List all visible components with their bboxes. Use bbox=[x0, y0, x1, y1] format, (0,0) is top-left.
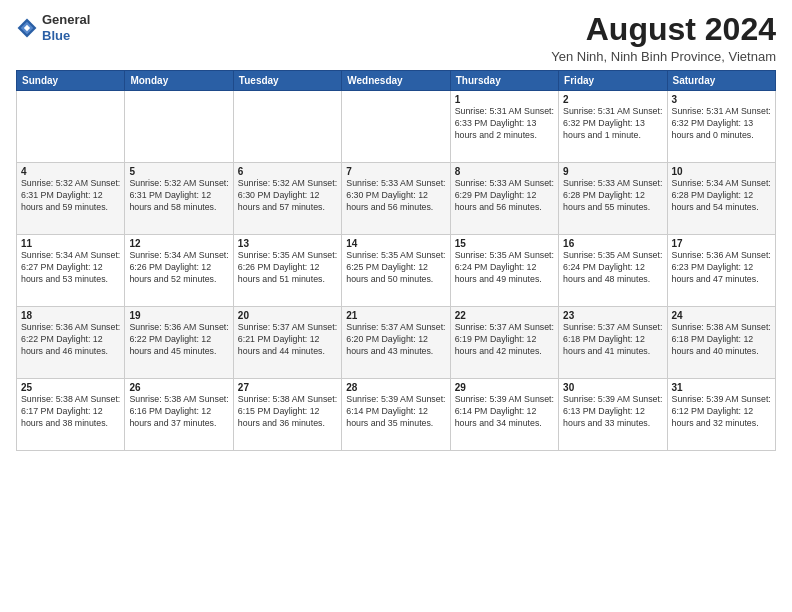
day-number: 9 bbox=[563, 166, 662, 177]
table-row bbox=[233, 91, 341, 163]
day-info: Sunrise: 5:32 AM Sunset: 6:31 PM Dayligh… bbox=[129, 178, 228, 214]
table-row: 19Sunrise: 5:36 AM Sunset: 6:22 PM Dayli… bbox=[125, 307, 233, 379]
day-info: Sunrise: 5:35 AM Sunset: 6:25 PM Dayligh… bbox=[346, 250, 445, 286]
day-info: Sunrise: 5:38 AM Sunset: 6:16 PM Dayligh… bbox=[129, 394, 228, 430]
day-number: 10 bbox=[672, 166, 771, 177]
day-info: Sunrise: 5:39 AM Sunset: 6:13 PM Dayligh… bbox=[563, 394, 662, 430]
day-number: 16 bbox=[563, 238, 662, 249]
table-row: 1Sunrise: 5:31 AM Sunset: 6:33 PM Daylig… bbox=[450, 91, 558, 163]
col-thursday: Thursday bbox=[450, 71, 558, 91]
calendar-week-0: 1Sunrise: 5:31 AM Sunset: 6:33 PM Daylig… bbox=[17, 91, 776, 163]
calendar-week-1: 4Sunrise: 5:32 AM Sunset: 6:31 PM Daylig… bbox=[17, 163, 776, 235]
day-number: 4 bbox=[21, 166, 120, 177]
table-row: 20Sunrise: 5:37 AM Sunset: 6:21 PM Dayli… bbox=[233, 307, 341, 379]
day-info: Sunrise: 5:36 AM Sunset: 6:22 PM Dayligh… bbox=[21, 322, 120, 358]
table-row: 13Sunrise: 5:35 AM Sunset: 6:26 PM Dayli… bbox=[233, 235, 341, 307]
day-info: Sunrise: 5:35 AM Sunset: 6:26 PM Dayligh… bbox=[238, 250, 337, 286]
logo: General Blue bbox=[16, 12, 90, 43]
logo-blue: Blue bbox=[42, 28, 70, 43]
day-info: Sunrise: 5:35 AM Sunset: 6:24 PM Dayligh… bbox=[455, 250, 554, 286]
col-wednesday: Wednesday bbox=[342, 71, 450, 91]
col-monday: Monday bbox=[125, 71, 233, 91]
day-number: 24 bbox=[672, 310, 771, 321]
day-info: Sunrise: 5:39 AM Sunset: 6:14 PM Dayligh… bbox=[346, 394, 445, 430]
calendar-week-2: 11Sunrise: 5:34 AM Sunset: 6:27 PM Dayli… bbox=[17, 235, 776, 307]
day-info: Sunrise: 5:33 AM Sunset: 6:28 PM Dayligh… bbox=[563, 178, 662, 214]
day-number: 18 bbox=[21, 310, 120, 321]
table-row: 25Sunrise: 5:38 AM Sunset: 6:17 PM Dayli… bbox=[17, 379, 125, 451]
table-row: 8Sunrise: 5:33 AM Sunset: 6:29 PM Daylig… bbox=[450, 163, 558, 235]
day-info: Sunrise: 5:39 AM Sunset: 6:14 PM Dayligh… bbox=[455, 394, 554, 430]
table-row: 17Sunrise: 5:36 AM Sunset: 6:23 PM Dayli… bbox=[667, 235, 775, 307]
header: General Blue August 2024 Yen Ninh, Ninh … bbox=[16, 12, 776, 64]
day-info: Sunrise: 5:33 AM Sunset: 6:30 PM Dayligh… bbox=[346, 178, 445, 214]
table-row: 2Sunrise: 5:31 AM Sunset: 6:32 PM Daylig… bbox=[559, 91, 667, 163]
day-info: Sunrise: 5:34 AM Sunset: 6:28 PM Dayligh… bbox=[672, 178, 771, 214]
table-row: 29Sunrise: 5:39 AM Sunset: 6:14 PM Dayli… bbox=[450, 379, 558, 451]
day-info: Sunrise: 5:37 AM Sunset: 6:21 PM Dayligh… bbox=[238, 322, 337, 358]
day-info: Sunrise: 5:37 AM Sunset: 6:20 PM Dayligh… bbox=[346, 322, 445, 358]
calendar-header-row: Sunday Monday Tuesday Wednesday Thursday… bbox=[17, 71, 776, 91]
day-number: 26 bbox=[129, 382, 228, 393]
day-info: Sunrise: 5:34 AM Sunset: 6:26 PM Dayligh… bbox=[129, 250, 228, 286]
day-number: 1 bbox=[455, 94, 554, 105]
table-row: 24Sunrise: 5:38 AM Sunset: 6:18 PM Dayli… bbox=[667, 307, 775, 379]
table-row: 9Sunrise: 5:33 AM Sunset: 6:28 PM Daylig… bbox=[559, 163, 667, 235]
day-number: 14 bbox=[346, 238, 445, 249]
day-number: 27 bbox=[238, 382, 337, 393]
logo-general: General bbox=[42, 12, 90, 27]
day-info: Sunrise: 5:39 AM Sunset: 6:12 PM Dayligh… bbox=[672, 394, 771, 430]
table-row: 6Sunrise: 5:32 AM Sunset: 6:30 PM Daylig… bbox=[233, 163, 341, 235]
day-info: Sunrise: 5:38 AM Sunset: 6:18 PM Dayligh… bbox=[672, 322, 771, 358]
calendar-week-4: 25Sunrise: 5:38 AM Sunset: 6:17 PM Dayli… bbox=[17, 379, 776, 451]
day-info: Sunrise: 5:36 AM Sunset: 6:23 PM Dayligh… bbox=[672, 250, 771, 286]
day-info: Sunrise: 5:37 AM Sunset: 6:19 PM Dayligh… bbox=[455, 322, 554, 358]
table-row: 18Sunrise: 5:36 AM Sunset: 6:22 PM Dayli… bbox=[17, 307, 125, 379]
table-row: 21Sunrise: 5:37 AM Sunset: 6:20 PM Dayli… bbox=[342, 307, 450, 379]
calendar: Sunday Monday Tuesday Wednesday Thursday… bbox=[16, 70, 776, 451]
day-number: 6 bbox=[238, 166, 337, 177]
table-row: 23Sunrise: 5:37 AM Sunset: 6:18 PM Dayli… bbox=[559, 307, 667, 379]
title-block: August 2024 Yen Ninh, Ninh Binh Province… bbox=[551, 12, 776, 64]
day-number: 2 bbox=[563, 94, 662, 105]
calendar-week-3: 18Sunrise: 5:36 AM Sunset: 6:22 PM Dayli… bbox=[17, 307, 776, 379]
table-row: 10Sunrise: 5:34 AM Sunset: 6:28 PM Dayli… bbox=[667, 163, 775, 235]
day-number: 29 bbox=[455, 382, 554, 393]
day-number: 3 bbox=[672, 94, 771, 105]
day-number: 28 bbox=[346, 382, 445, 393]
table-row bbox=[342, 91, 450, 163]
day-number: 25 bbox=[21, 382, 120, 393]
day-number: 20 bbox=[238, 310, 337, 321]
day-info: Sunrise: 5:31 AM Sunset: 6:32 PM Dayligh… bbox=[672, 106, 771, 142]
table-row: 28Sunrise: 5:39 AM Sunset: 6:14 PM Dayli… bbox=[342, 379, 450, 451]
day-number: 7 bbox=[346, 166, 445, 177]
day-info: Sunrise: 5:31 AM Sunset: 6:32 PM Dayligh… bbox=[563, 106, 662, 142]
day-info: Sunrise: 5:35 AM Sunset: 6:24 PM Dayligh… bbox=[563, 250, 662, 286]
table-row: 16Sunrise: 5:35 AM Sunset: 6:24 PM Dayli… bbox=[559, 235, 667, 307]
day-number: 15 bbox=[455, 238, 554, 249]
col-tuesday: Tuesday bbox=[233, 71, 341, 91]
day-number: 13 bbox=[238, 238, 337, 249]
day-info: Sunrise: 5:37 AM Sunset: 6:18 PM Dayligh… bbox=[563, 322, 662, 358]
table-row: 7Sunrise: 5:33 AM Sunset: 6:30 PM Daylig… bbox=[342, 163, 450, 235]
day-info: Sunrise: 5:34 AM Sunset: 6:27 PM Dayligh… bbox=[21, 250, 120, 286]
day-number: 23 bbox=[563, 310, 662, 321]
day-number: 30 bbox=[563, 382, 662, 393]
day-info: Sunrise: 5:36 AM Sunset: 6:22 PM Dayligh… bbox=[129, 322, 228, 358]
day-number: 19 bbox=[129, 310, 228, 321]
table-row: 12Sunrise: 5:34 AM Sunset: 6:26 PM Dayli… bbox=[125, 235, 233, 307]
table-row: 14Sunrise: 5:35 AM Sunset: 6:25 PM Dayli… bbox=[342, 235, 450, 307]
main-title: August 2024 bbox=[551, 12, 776, 47]
col-sunday: Sunday bbox=[17, 71, 125, 91]
day-number: 11 bbox=[21, 238, 120, 249]
table-row: 3Sunrise: 5:31 AM Sunset: 6:32 PM Daylig… bbox=[667, 91, 775, 163]
page: General Blue August 2024 Yen Ninh, Ninh … bbox=[0, 0, 792, 612]
table-row: 15Sunrise: 5:35 AM Sunset: 6:24 PM Dayli… bbox=[450, 235, 558, 307]
day-info: Sunrise: 5:31 AM Sunset: 6:33 PM Dayligh… bbox=[455, 106, 554, 142]
logo-icon bbox=[16, 17, 38, 39]
table-row bbox=[17, 91, 125, 163]
table-row: 5Sunrise: 5:32 AM Sunset: 6:31 PM Daylig… bbox=[125, 163, 233, 235]
table-row bbox=[125, 91, 233, 163]
table-row: 26Sunrise: 5:38 AM Sunset: 6:16 PM Dayli… bbox=[125, 379, 233, 451]
day-number: 5 bbox=[129, 166, 228, 177]
